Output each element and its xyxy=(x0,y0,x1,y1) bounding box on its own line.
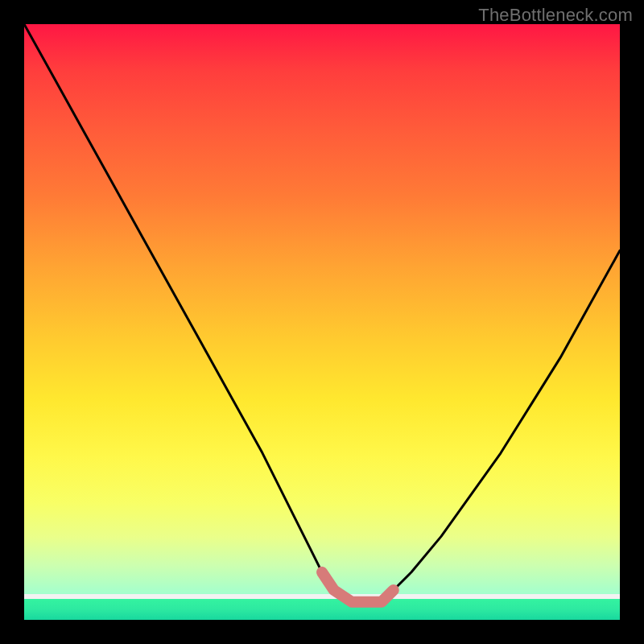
watermark-text: TheBottleneck.com xyxy=(478,5,633,26)
optimal-range-marker xyxy=(24,24,620,620)
chart-stage: TheBottleneck.com xyxy=(0,0,644,644)
plot-area xyxy=(24,24,620,620)
